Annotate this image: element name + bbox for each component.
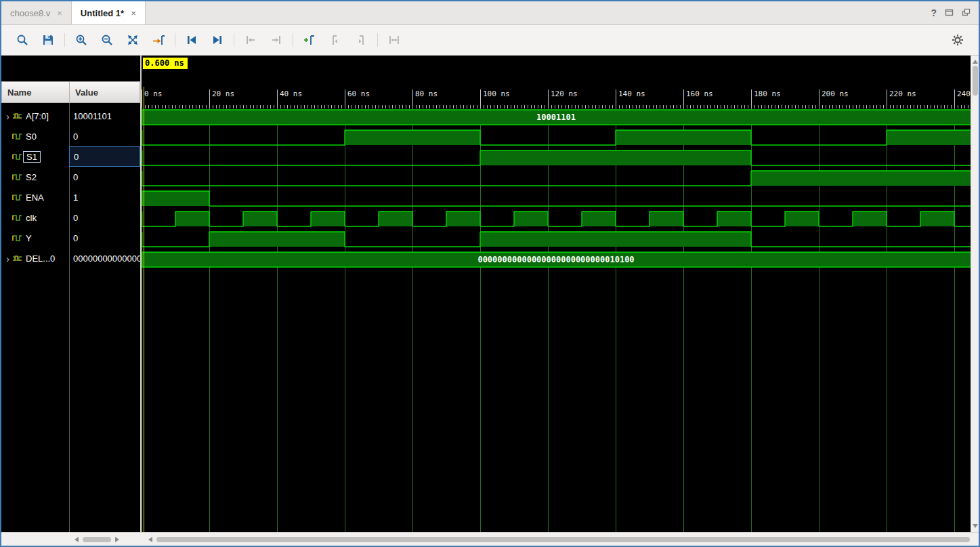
signal-name-label: clk bbox=[26, 213, 37, 223]
signal-name-label: ENA bbox=[26, 193, 44, 203]
signal-name-cell[interactable]: S0 bbox=[1, 126, 69, 146]
signal-row[interactable]: ›DEL...000000000000000000000000000010100 bbox=[1, 248, 140, 268]
tab-label: choose8.v bbox=[10, 8, 50, 18]
signal-value-cell[interactable]: 0 bbox=[69, 126, 140, 146]
signal-row[interactable]: clk0 bbox=[1, 207, 140, 228]
help-icon[interactable]: ? bbox=[931, 7, 937, 18]
signal-rows: ›A[7:0]10001101S00S10S20ENA1clk0Y0›DEL..… bbox=[1, 106, 140, 268]
time-tick-label: 140 ns bbox=[616, 89, 645, 108]
expand-arrow-icon[interactable]: › bbox=[3, 110, 12, 122]
time-ruler[interactable]: 0 ns20 ns40 ns60 ns80 ns100 ns120 ns140 … bbox=[142, 87, 971, 108]
time-tick-label: 220 ns bbox=[887, 89, 916, 108]
signal-row[interactable]: Y0 bbox=[1, 228, 140, 248]
expand-arrow-icon[interactable]: › bbox=[3, 253, 12, 264]
signal-name-cell[interactable]: ›DEL...0 bbox=[1, 248, 69, 268]
signal-row[interactable]: S20 bbox=[1, 167, 140, 187]
save-button[interactable] bbox=[37, 31, 59, 49]
bottom-scroll-area bbox=[1, 532, 979, 546]
name-column-header[interactable]: Name bbox=[1, 81, 70, 103]
time-tick-label: 40 ns bbox=[277, 89, 302, 108]
scroll-left-icon[interactable] bbox=[146, 537, 152, 542]
signal-name-panel: Name Value ›A[7:0]10001101S00S10S20ENA1c… bbox=[1, 56, 142, 532]
scroll-right-icon[interactable] bbox=[115, 537, 122, 542]
signal-name-cell[interactable]: ›A[7:0] bbox=[1, 106, 69, 126]
scroll-left-icon[interactable] bbox=[72, 537, 79, 542]
tab-label: Untitled 1* bbox=[81, 8, 124, 18]
previous-marker-icon bbox=[328, 33, 342, 47]
time-tick-label: 20 ns bbox=[209, 89, 234, 108]
zoom-in-button[interactable] bbox=[70, 31, 92, 49]
tab-choose8[interactable]: choose8.v × bbox=[1, 1, 72, 24]
settings-button[interactable] bbox=[947, 31, 968, 49]
svg-text:10001101: 10001101 bbox=[536, 113, 576, 122]
signal-value-cell[interactable]: 0 bbox=[69, 228, 140, 248]
svg-text:000000000000000000000000000101: 00000000000000000000000000010100 bbox=[477, 255, 634, 264]
add-marker-icon bbox=[303, 33, 316, 47]
signal-name-cell[interactable]: clk bbox=[1, 207, 69, 228]
zoom-out-button[interactable] bbox=[96, 31, 118, 49]
value-column-header[interactable]: Value bbox=[70, 81, 140, 103]
go-to-end-button[interactable] bbox=[207, 31, 228, 49]
signal-value-cell[interactable]: 0 bbox=[69, 146, 140, 167]
go-to-start-button[interactable] bbox=[181, 31, 203, 49]
new-window-icon[interactable] bbox=[962, 7, 971, 19]
toolbar-separator bbox=[293, 33, 293, 47]
signal-value-cell[interactable]: 1 bbox=[69, 187, 140, 207]
signal-scalar-icon bbox=[12, 153, 24, 161]
go-to-time-end-icon bbox=[211, 33, 224, 47]
vertical-scrollbar[interactable] bbox=[971, 56, 979, 532]
zoom-fit-button[interactable] bbox=[122, 31, 144, 49]
signal-value-cell[interactable]: 00000000000000000000000000010100 bbox=[69, 248, 140, 268]
tab-untitled-1[interactable]: Untitled 1* × bbox=[72, 1, 146, 24]
signal-row[interactable]: ›A[7:0]10001101 bbox=[1, 106, 140, 126]
waveform-scroll-track[interactable] bbox=[156, 537, 970, 542]
zoom-to-cursor-button[interactable] bbox=[148, 31, 169, 49]
panel-header: Name Value bbox=[1, 81, 140, 103]
signal-value-cell[interactable]: 0 bbox=[69, 167, 140, 187]
previous-transition-icon bbox=[244, 33, 257, 47]
signal-value-cell[interactable]: 10001101 bbox=[69, 106, 140, 126]
add-marker-button[interactable] bbox=[299, 31, 320, 49]
save-icon bbox=[41, 33, 55, 47]
names-horizontal-scrollbar[interactable] bbox=[1, 537, 142, 542]
signal-bus-icon bbox=[12, 254, 24, 262]
scroll-down-icon[interactable] bbox=[973, 524, 978, 531]
signal-value-cell[interactable]: 0 bbox=[69, 207, 140, 228]
time-tick-label: 160 ns bbox=[683, 89, 713, 108]
signal-row[interactable]: ENA1 bbox=[1, 187, 140, 207]
previous-marker-button[interactable] bbox=[324, 31, 346, 49]
signal-name-label: S0 bbox=[26, 131, 37, 142]
toolbar-separator bbox=[377, 33, 378, 47]
waveform-scroll-thumb[interactable] bbox=[156, 537, 970, 542]
swap-cursors-button[interactable] bbox=[383, 31, 405, 49]
zoom-in-icon bbox=[74, 33, 88, 47]
signal-name-cell[interactable]: S1 bbox=[1, 146, 69, 167]
signal-name-label: DEL...0 bbox=[26, 254, 55, 264]
tab-close-icon[interactable]: × bbox=[131, 8, 136, 18]
scroll-up-icon[interactable] bbox=[973, 57, 978, 64]
float-window-icon[interactable] bbox=[945, 7, 954, 19]
next-marker-button[interactable] bbox=[350, 31, 372, 49]
main-area: Name Value ›A[7:0]10001101S00S10S20ENA1c… bbox=[1, 56, 979, 532]
signal-scalar-icon bbox=[12, 234, 24, 242]
waveform-viewer-window: choose8.v × Untitled 1* × ? bbox=[0, 0, 980, 547]
signal-row[interactable]: S10 bbox=[1, 146, 140, 167]
signal-name-label: S1 bbox=[23, 151, 41, 163]
next-transition-button[interactable] bbox=[265, 31, 287, 49]
signal-name-cell[interactable]: Y bbox=[1, 228, 69, 248]
waveform-horizontal-scrollbar[interactable] bbox=[142, 537, 970, 542]
cursor-time-badge: 0.600 ns bbox=[143, 58, 188, 69]
previous-transition-button[interactable] bbox=[240, 31, 261, 49]
signal-scalar-icon bbox=[12, 173, 24, 181]
waveform-canvas[interactable]: 1000110100000000000000000000000000010100 bbox=[142, 56, 971, 532]
toolbar-separator bbox=[64, 33, 65, 47]
signal-name-label: Y bbox=[26, 233, 32, 243]
signal-row[interactable]: S00 bbox=[1, 126, 140, 146]
waveform-panel[interactable]: 0.600 ns 0 ns20 ns40 ns60 ns80 ns100 ns1… bbox=[142, 56, 971, 532]
vertical-scroll-thumb[interactable] bbox=[973, 66, 978, 96]
signal-name-cell[interactable]: S2 bbox=[1, 167, 69, 187]
signal-name-cell[interactable]: ENA bbox=[1, 187, 69, 207]
names-scroll-thumb[interactable] bbox=[83, 537, 111, 542]
search-button[interactable] bbox=[12, 31, 33, 49]
tab-close-icon[interactable]: × bbox=[57, 8, 62, 18]
